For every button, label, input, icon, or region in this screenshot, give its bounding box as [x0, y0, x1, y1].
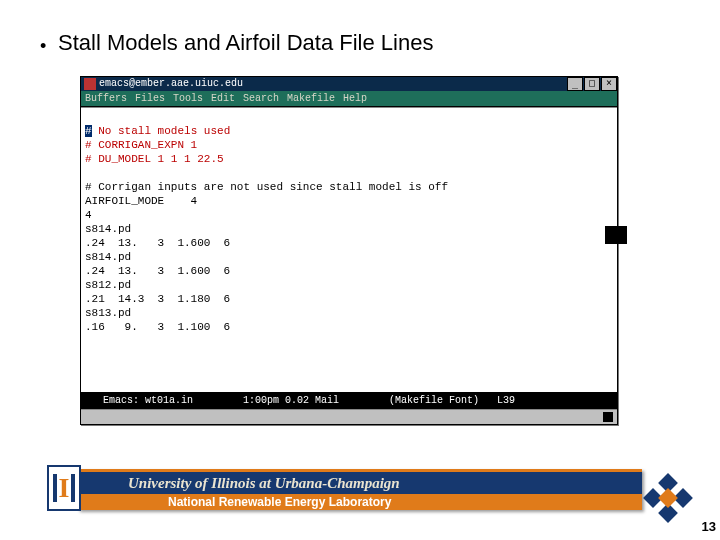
illinois-logo-letter: I	[53, 474, 76, 502]
editor-line: .21 14.3 3 1.180 6	[85, 293, 230, 305]
menu-tools[interactable]: Tools	[173, 91, 203, 106]
editor-line: # Corrigan inputs are not used since sta…	[85, 181, 448, 193]
editor-line: 4	[85, 209, 92, 221]
menubar: Buffers Files Tools Edit Search Makefile…	[81, 91, 617, 107]
window-close-button[interactable]: ×	[601, 77, 617, 91]
editor-line: s814.pd	[85, 251, 131, 263]
page-number: 13	[702, 519, 716, 534]
resize-grip-icon[interactable]	[603, 412, 613, 422]
window-maximize-button[interactable]: □	[584, 77, 600, 91]
slide-heading: Stall Models and Airfoil Data File Lines	[58, 30, 433, 56]
window-title: emacs@ember.aae.uiuc.edu	[99, 77, 243, 91]
footer-banner: University of Illinois at Urbana-Champai…	[78, 469, 642, 510]
footer-university: University of Illinois at Urbana-Champai…	[78, 469, 642, 494]
status-clock: 1:00pm 0.02 Mail	[243, 393, 339, 409]
menu-files[interactable]: Files	[135, 91, 165, 106]
illinois-logo: I	[47, 465, 81, 511]
editor-line: s812.pd	[85, 279, 131, 291]
editor-line: s814.pd	[85, 223, 131, 235]
menu-makefile[interactable]: Makefile	[287, 91, 335, 106]
minibuffer[interactable]	[81, 409, 617, 424]
menu-edit[interactable]: Edit	[211, 91, 235, 106]
editor-line: AIRFOIL_MODE 4	[85, 195, 197, 207]
status-bar: Emacs: wt01a.in 1:00pm 0.02 Mail (Makefi…	[81, 392, 617, 409]
menu-help[interactable]: Help	[343, 91, 367, 106]
nrel-badge-icon	[648, 478, 688, 518]
footer-lab: National Renewable Energy Laboratory	[78, 494, 642, 510]
editor-line: .24 13. 3 1.600 6	[85, 237, 230, 249]
bullet: •	[40, 36, 46, 57]
status-mode: (Makefile Font) L39	[389, 393, 515, 409]
status-filename: Emacs: wt01a.in	[85, 393, 193, 409]
window-titlebar: emacs@ember.aae.uiuc.edu _ □ ×	[81, 77, 617, 91]
window-minimize-button[interactable]: _	[567, 77, 583, 91]
scrollbar-thumb[interactable]	[605, 226, 627, 244]
window-sysmenu-icon[interactable]	[84, 78, 96, 90]
editor-line: s813.pd	[85, 307, 131, 319]
emacs-window: emacs@ember.aae.uiuc.edu _ □ × Buffers F…	[80, 76, 618, 425]
editor-line: #	[85, 125, 92, 137]
menu-search[interactable]: Search	[243, 91, 279, 106]
editor-line: # CORRIGAN_EXPN 1	[85, 139, 197, 151]
editor-line: .24 13. 3 1.600 6	[85, 265, 230, 277]
editor-pane[interactable]: # No stall models used # CORRIGAN_EXPN 1…	[81, 107, 617, 392]
editor-line: # DU_MODEL 1 1 1 22.5	[85, 153, 224, 165]
editor-line: No stall models used	[92, 125, 231, 137]
menu-buffers[interactable]: Buffers	[85, 91, 127, 106]
editor-line: .16 9. 3 1.100 6	[85, 321, 230, 333]
